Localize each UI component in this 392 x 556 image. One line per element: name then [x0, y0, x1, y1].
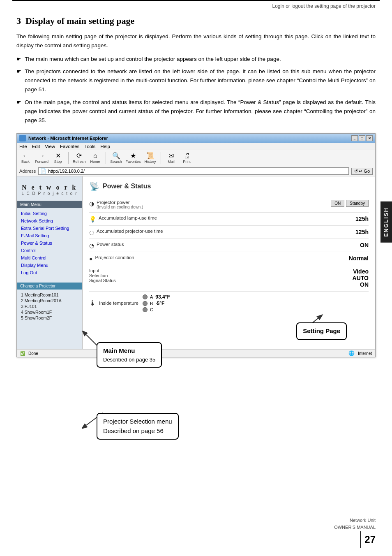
sidebar-item-network-setting[interactable]: Network Setting: [17, 217, 82, 225]
sidebar-projector-list: 1 MeetingRoom101 2 MeetingRoom201A 3 PJ1…: [17, 291, 82, 322]
projector-item-4[interactable]: 4 ShowRoom1F: [20, 309, 79, 315]
network-logo-subtitle: L C D P r o j e c t o r: [21, 191, 78, 196]
temp-letter-c: C: [150, 307, 153, 312]
favorites-icon: ★: [130, 153, 136, 159]
power-status-value: ON: [336, 242, 369, 248]
address-value: http://192.168.0.2/: [48, 169, 85, 174]
sidebar-item-log-out[interactable]: Log Out: [17, 269, 82, 276]
proj-use-value: 125h: [336, 229, 369, 235]
address-input[interactable]: 📄 http://192.168.0.2/: [38, 167, 349, 175]
english-label: ENGLISH: [383, 207, 389, 237]
browser-addressbar: Address 📄 http://192.168.0.2/ ↺ ↵ Go: [17, 166, 375, 176]
toolbar-refresh[interactable]: ⟳ Refresh: [73, 153, 86, 164]
bullet-list: The main menu which can be set up and co…: [16, 55, 376, 125]
status-row-condition: ● Projector condition Normal: [89, 252, 369, 265]
input-values: Video AUTO ON: [353, 268, 369, 288]
toolbar-separator-1: [68, 152, 69, 164]
sidebar-item-extra-serial[interactable]: Extra Serial Port Setting: [17, 225, 82, 232]
menu-file[interactable]: File: [19, 144, 27, 149]
maximize-button[interactable]: □: [359, 135, 365, 141]
temp-letter-a: A: [150, 294, 153, 299]
input-row-labels: Input Selection Signal Status: [89, 268, 116, 283]
footer-label1: Network Unit: [334, 517, 376, 524]
projector-item-2[interactable]: 2 MeetingRoom201A: [20, 298, 79, 303]
browser-screenshot-wrapper: Network - Microsoft Internet Explorer _ …: [16, 133, 376, 357]
power-standby-button[interactable]: Standby: [346, 200, 369, 207]
go-label: ↵ Go: [359, 169, 370, 174]
projector-item-5[interactable]: 5 ShowRoom2F: [20, 315, 79, 321]
bullet-item-3: On the main page, the control and status…: [16, 98, 376, 125]
power-on-button[interactable]: ON: [331, 200, 344, 207]
menu-view[interactable]: View: [45, 144, 55, 149]
temp-val-a: 93.4°F: [155, 294, 170, 300]
browser-toolbar: ← Back → Forward ✕ Stop ⟳ Refresh ⌂: [17, 150, 375, 166]
power-row-sublabel: (Invalid on cooling down.): [97, 205, 143, 209]
page-footer: Network Unit OWNER’S MANUAL 27: [334, 517, 376, 548]
temp-readings: A 93.4°F B ·5°F C: [143, 294, 170, 312]
toolbar-separator-3: [161, 152, 161, 164]
temp-letter-b: B: [150, 301, 153, 306]
sidebar-item-display-menu[interactable]: Display Menu: [17, 262, 82, 269]
sidebar-item-initial-setting[interactable]: Initial Setting: [17, 210, 82, 217]
menu-edit[interactable]: Edit: [32, 144, 40, 149]
sidebar-item-multi-control[interactable]: Multi Control: [17, 254, 82, 262]
section-title: 3 Display of main setting page: [16, 16, 376, 26]
condition-row-label: Projector condition: [95, 255, 134, 260]
input-label: Input Selection Signal Status: [89, 268, 353, 283]
go-button[interactable]: ↺ ↵ Go: [351, 168, 373, 175]
input-video-value: Video: [353, 268, 369, 275]
sidebar-change-header: Change a Projector: [17, 283, 82, 290]
internet-zone-text: Internet: [358, 351, 372, 356]
temp-circle-c: [143, 307, 148, 312]
toolbar-print[interactable]: 🖨 Print: [181, 153, 193, 164]
minimize-button[interactable]: _: [351, 135, 358, 141]
bullet-item-2: The projectors connected to the network …: [16, 67, 376, 95]
network-logo-text: N e t w o r k: [21, 184, 78, 191]
toolbar-home[interactable]: ⌂ Home: [89, 153, 101, 164]
menu-favorites[interactable]: Favorites: [60, 144, 79, 149]
temp-label-text: Inside temperature: [99, 301, 138, 306]
toolbar-forward[interactable]: → Forward: [35, 153, 48, 164]
callout-main-menu-line2: Described on page 35: [103, 356, 155, 364]
power-status-label: ◔ Power status: [89, 242, 336, 249]
status-row-input: Input Selection Signal Status Video AUTO…: [89, 265, 369, 291]
right-sidebar-english: ENGLISH: [380, 202, 392, 243]
home-icon: ⌂: [93, 153, 97, 159]
toolbar-stop[interactable]: ✕ Stop: [52, 153, 64, 164]
go-icon: ↺: [354, 169, 358, 174]
menu-help[interactable]: Help: [100, 144, 110, 149]
projector-item-1[interactable]: 1 MeetingRoom101: [20, 292, 79, 298]
browser-app-icon: [19, 135, 26, 141]
top-header-line: Login or logout the setting page of the …: [12, 0, 380, 9]
callout-projector-line2: Described on page 56: [103, 426, 172, 436]
toolbar-search[interactable]: 🔍 Search: [110, 153, 122, 164]
close-button[interactable]: ✕: [366, 135, 373, 141]
browser-menubar: File Edit View Favorites Tools Help: [17, 143, 375, 150]
toolbar-history[interactable]: 📜 History: [144, 153, 157, 164]
toolbar-separator-2: [106, 152, 106, 164]
toolbar-back[interactable]: ← Back: [19, 153, 32, 164]
top-header-text: Login or logout the setting page of the …: [272, 3, 376, 9]
projector-item-3[interactable]: 3 PJ101: [20, 303, 79, 309]
signal-status-value: ON: [360, 281, 369, 288]
power-status-icon-sm: ◔: [89, 242, 94, 249]
lamp-label: 💡 Accumulated lamp-use time: [89, 215, 336, 222]
footer-divider: [360, 531, 361, 548]
status-text: Done: [28, 351, 38, 356]
power-buttons: ON Standby: [331, 200, 369, 207]
status-done-icon: ✅: [20, 351, 25, 356]
page-icon: 📄: [40, 168, 46, 174]
mail-icon: ✉: [168, 153, 174, 159]
section-number: 3: [16, 16, 21, 26]
sidebar-item-power-status[interactable]: Power & Status: [17, 239, 82, 247]
input-selection-label: Input: [89, 268, 116, 273]
network-logo: N e t w o r k L C D P r o j e c t o r: [17, 181, 82, 197]
sidebar-item-control[interactable]: Control: [17, 247, 82, 254]
menu-tools[interactable]: Tools: [84, 144, 95, 149]
toolbar-mail[interactable]: ✉ Mail: [165, 153, 178, 164]
callout-projector-selection: Projector Selection menu Described on pa…: [97, 413, 179, 440]
input-selection-sub: Selection: [89, 273, 116, 278]
toolbar-favorites[interactable]: ★ Favorites: [126, 153, 141, 164]
power-label-text: Projector power (Invalid on cooling down…: [97, 200, 143, 209]
sidebar-item-email[interactable]: E-Mail Setting: [17, 232, 82, 239]
